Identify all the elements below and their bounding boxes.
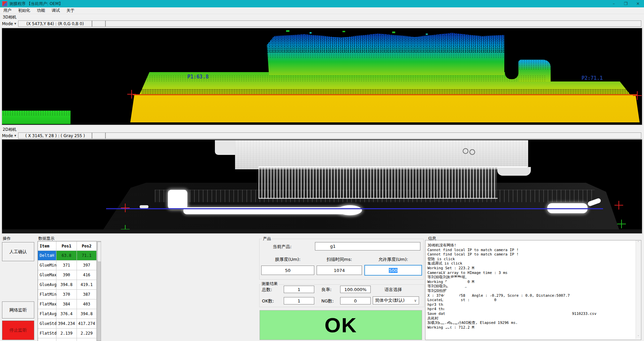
log-line: Cannot find local IP to match camera IP … [427,252,596,257]
crosshair-green-right-2d [617,220,626,228]
menu-function[interactable]: 功能 [34,7,48,14]
camera2d-mode-button[interactable]: Mode ▼ [0,133,18,138]
total-label: 总数: [262,287,276,292]
table-row[interactable]: GlueMax 390 416 [38,270,97,280]
language-dropdown-value: 简体中文(默认) [375,297,405,303]
menu-debug[interactable]: 调试 [48,7,63,14]
heightmap-speckle-mid [267,48,504,58]
operation-section-label: 操作 [3,236,11,241]
glue-tick-left [140,205,148,208]
table-row[interactable]: FlatAvg 376.4 394.8 [38,309,97,319]
language-dropdown[interactable]: 简体中文(默认) ∨ [373,296,419,304]
cell-item: FlatMin [38,290,56,299]
table-row[interactable]: FlatMax 384 403 [38,299,97,309]
menu-initialize[interactable]: 初始化 [15,7,34,14]
table-scrollbar[interactable] [97,241,101,341]
close-button[interactable]: ✕ [632,0,644,7]
cell-pos1: 390 [56,270,77,280]
chevron-down-icon: ▼ [14,134,16,137]
table-row[interactable]: GlueMin 371 397 [38,261,97,270]
camera3d-mode-button[interactable]: Mode ▼ [0,21,18,26]
table-scrollbar-thumb[interactable] [97,242,101,262]
current-product-label: 当前产品: [273,244,303,250]
table-row[interactable]: FlatMin 370 387 [38,290,97,299]
log-line: 登陆 is click [427,257,596,262]
table-row[interactable]: DeltaH 63.8 71.1 [38,251,97,261]
log-line: Cannot find local IP to match camera IP … [427,248,596,252]
menu-user[interactable]: 用户 [0,7,15,14]
redaction-scribble [446,277,468,289]
p2-annotation: P2:71.1 [582,75,603,81]
maximize-button[interactable]: ❐ [620,0,632,7]
cell-pos2: 394.8 [77,309,97,319]
table-row[interactable]: X 2583.5 7866.7 [38,338,97,341]
network-listen-button[interactable]: 网络监听 [2,301,34,319]
camera3d-viewport[interactable]: P1:63.8 P2:71.1 [1,27,643,125]
camera3d-mode-bar: Mode ▼ (X 5473,Y 84) : (R 0,G 0,B 0) [0,20,644,27]
connector-pins [259,168,497,198]
title-bar: 测膜程序 【当前用户: OEM】 – ❐ ✕ [0,0,644,7]
log-line: Working Set : 712.2 M [427,325,596,330]
cell-pos2: 397 [77,261,97,270]
current-product-field[interactable]: g1 [315,242,420,250]
camera2d-mode-label: Mode [2,133,13,138]
result-status-panel: OK [260,310,422,340]
table-row[interactable]: GlueAvg 394.8 419.1 [38,280,97,290]
scroll-down-icon[interactable]: ˅ [636,335,641,338]
scroll-up-icon[interactable]: ˄ [636,241,641,244]
col-pos2: Pos2 [77,241,97,251]
heightmap-speckle-row [141,89,632,95]
camera2d-empty-cell-1 [92,132,105,139]
allowed-thickness-field[interactable]: 500 [364,265,422,276]
cell-item: DeltaH [38,251,56,261]
data-display-section-label: 数据显示 [38,236,54,241]
yield-field[interactable]: 100.000% [340,286,371,293]
allowed-thickness-value: 500 [389,268,398,273]
minimize-button[interactable]: – [608,0,620,7]
speck-dot [392,32,395,33]
speck-dot [310,32,312,34]
cell-pos1: 371 [56,261,77,270]
menu-about[interactable]: 关于 [63,7,78,14]
camera3d-empty-cell-2 [105,20,641,27]
scan-time-field[interactable]: 1074 [317,266,362,275]
yield-label: 良率: [321,287,335,292]
table-row[interactable]: GlueStd 394.234 417.274 [38,319,97,329]
fpc-right-bump [497,167,531,176]
redaction-scribble [450,309,568,315]
log-line: CameraLV array to HImage time : 3 ms [427,271,596,275]
ng-count-field[interactable]: 0 [340,297,371,304]
ok-count-field[interactable]: 1 [284,297,314,304]
table-header-row: Item Pos1 Pos2 [38,241,97,251]
manual-confirm-button[interactable]: 人工确认 [2,242,34,261]
table-row[interactable]: FlatStd 2.139 2.229 [38,329,97,338]
glue-blob-end [338,205,362,215]
p1-annotation: P1:63.8 [187,74,209,80]
heightmap-speckle-column [518,60,551,70]
redaction-scribble [439,319,448,324]
info-scrollbar[interactable]: ˄ ˅ [636,240,641,339]
camera2d-section-label: 2D相机 [3,127,16,132]
measurement-line-2d [106,208,603,209]
speck-dot [342,31,345,32]
camera2d-viewport[interactable] [1,139,643,234]
crosshair-red-left-3d [127,90,136,99]
product-section-label: 产品 [262,236,272,242]
cell-pos1: 376.4 [56,309,77,319]
fpc-left-tab [215,140,236,155]
cell-item: FlatStd [38,329,56,338]
cell-pos1: 2583.5 [56,338,77,341]
stop-listen-button[interactable]: 停止监听 [2,321,34,340]
film-thickness-label: 膜厚度(Um): [261,257,314,262]
film-thickness-field[interactable]: 50 [261,266,314,275]
data-table: Item Pos1 Pos2 DeltaH 63.8 71.1 GlueMin … [38,241,97,341]
measurement-line-3d [133,94,637,95]
cell-pos2: 417.274 [77,319,97,329]
camera3d-pixel-readout: (X 5473,Y 84) : (R 0,G 0,B 0) [18,20,92,27]
info-log-box[interactable]: 3D相机没有网络! Cannot find local IP to match … [425,240,641,340]
log-line: 集成调试 is click [427,261,596,266]
ok-count-label: OK数: [262,298,277,304]
speck-dot [286,30,289,32]
cell-pos2: 71.1 [77,251,97,261]
total-field[interactable]: 1 [284,286,314,293]
